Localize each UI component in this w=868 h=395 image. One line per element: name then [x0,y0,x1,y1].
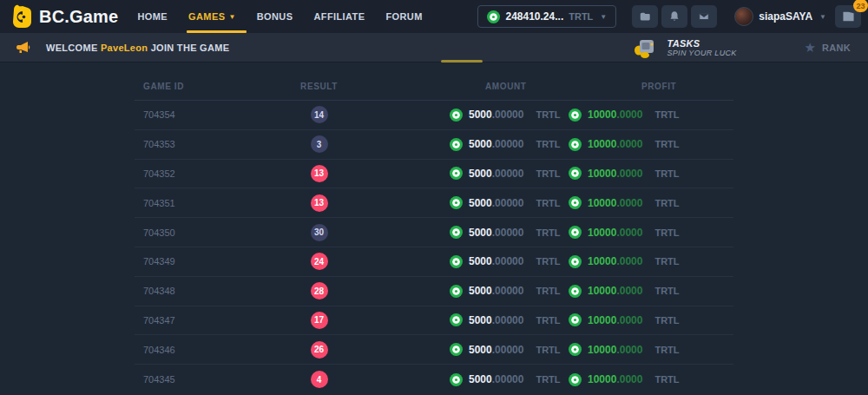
trtl-coin-icon [569,285,582,298]
trtl-coin-icon [569,313,582,326]
tasks-spinner-icon [633,36,659,59]
currency-label: TRTL [536,139,560,149]
balance-value: 248410.24... [505,10,563,23]
result-cell: 24 [273,253,365,270]
currency-label: TRTL [654,256,679,267]
amount-cell: 5000.00000 TRTL [365,109,569,122]
nav-home[interactable]: HOME [137,0,168,33]
table-row[interactable]: 704351 13 5000.00000 TRTL 10000.0000 TRT… [135,188,733,218]
trtl-coin-icon [569,373,582,386]
currency-label: TRTL [536,374,560,385]
result-number-badge: 14 [311,106,328,123]
trtl-coin-icon [569,138,582,151]
tasks-widget[interactable]: TASKS SPIN YOUR LUCK [633,36,737,59]
main-nav: HOME GAMES▼ BONUS AFFILIATE FORUM [137,0,422,33]
rank-label: RANK [822,43,851,53]
top-navbar: BC.Game HOME GAMES▼ BONUS AFFILIATE FORU… [0,0,868,33]
wallet-icon [639,10,651,23]
result-cell: 30 [273,224,365,241]
amount-cell: 5000.00000 TRTL [365,138,569,151]
table-row[interactable]: 704346 26 5000.00000 TRTL 10000.0000 TRT… [135,335,733,365]
table-row[interactable]: 704349 24 5000.00000 TRTL 10000.0000 TRT… [135,247,733,277]
result-number-badge: 26 [311,341,328,359]
trtl-coin-icon [569,255,582,268]
header-game-id: GAME ID [135,82,273,91]
currency-label: TRTL [654,227,679,238]
nav-bonus[interactable]: BONUS [257,0,293,33]
result-number-badge: 30 [311,224,328,241]
profit-cell: 10000.0000 TRTL [569,373,733,386]
game-id-cell: 704348 [135,286,273,296]
header-profit: PROFIT [569,82,733,91]
amount-cell: 5000.00000 TRTL [365,226,569,239]
chevron-down-icon: ▼ [819,13,826,21]
bell-icon [668,10,681,23]
trtl-coin-icon [450,226,463,239]
trtl-coin-icon [450,138,463,151]
welcome-username: PaveLeon [101,43,148,53]
welcome-banner: WELCOME PaveLeon JOIN THE GAME TASKS SPI… [0,33,868,63]
result-number-badge: 4 [311,371,328,388]
table-row[interactable]: 704350 30 5000.00000 TRTL 10000.0000 TRT… [135,218,733,247]
chat-button[interactable]: 23 [835,5,861,28]
currency-label: TRTL [654,168,679,179]
wallet-button[interactable] [632,5,658,28]
brand-logo[interactable]: BC.Game [10,4,118,29]
game-id-cell: 704345 [135,374,273,385]
trtl-coin-icon [569,196,582,209]
game-id-cell: 704346 [135,345,273,355]
trtl-coin-icon [450,313,463,326]
profit-cell: 10000.0000 TRTL [569,109,733,122]
table-row[interactable]: 704354 14 5000.00000 TRTL 10000.0000 TRT… [135,101,733,130]
amount-cell: 5000.00000 TRTL [365,373,569,386]
brand-name: BC.Game [39,7,118,27]
currency-label: TRTL [654,286,679,296]
game-id-cell: 704347 [135,315,273,326]
result-number-badge: 28 [311,282,328,300]
currency-label: TRTL [536,198,560,208]
profit-cell: 10000.0000 TRTL [569,285,733,298]
amount-cell: 5000.00000 TRTL [365,196,569,209]
trtl-coin-icon [450,196,463,209]
currency-label: TRTL [654,315,679,326]
chat-icon [842,10,855,23]
trtl-coin-icon [450,167,463,180]
amount-cell: 5000.00000 TRTL [365,167,569,180]
balance-dropdown[interactable]: 248410.24... TRTL ▼ [477,5,616,28]
currency-label: TRTL [654,345,679,355]
table-row[interactable]: 704353 3 5000.00000 TRTL 10000.0000 TRTL [135,130,733,160]
table-row[interactable]: 704345 4 5000.00000 TRTL 10000.0000 TRTL [135,365,733,394]
result-number-badge: 13 [311,194,328,212]
nav-games[interactable]: GAMES▼ [188,0,236,33]
trtl-coin-icon [569,226,582,239]
result-cell: 28 [273,282,365,300]
nav-affiliate[interactable]: AFFILIATE [313,0,365,33]
profit-cell: 10000.0000 TRTL [569,196,733,209]
profit-cell: 10000.0000 TRTL [569,255,733,268]
user-menu[interactable]: siapaSAYA ▼ [734,7,826,26]
trtl-coin-icon [569,109,582,122]
bcgame-logo-icon [10,4,32,29]
trtl-coin-icon [487,10,500,23]
result-cell: 26 [273,341,365,359]
result-cell: 3 [273,135,365,153]
chat-unread-badge: 23 [853,0,868,12]
rank-widget[interactable]: ★ RANK [805,40,851,56]
currency-label: TRTL [654,198,679,208]
mail-icon [698,10,710,23]
currency-label: TRTL [536,227,560,238]
currency-label: TRTL [536,286,560,296]
game-id-cell: 704350 [135,227,273,238]
nav-forum[interactable]: FORUM [385,0,422,33]
profit-cell: 10000.0000 TRTL [569,138,733,151]
table-row[interactable]: 704348 28 5000.00000 TRTL 10000.0000 TRT… [135,277,733,306]
welcome-message: WELCOME PaveLeon JOIN THE GAME [46,43,229,53]
table-row[interactable]: 704352 13 5000.00000 TRTL 10000.0000 TRT… [135,160,733,189]
table-row[interactable]: 704347 17 5000.00000 TRTL 10000.0000 TRT… [135,306,733,336]
game-id-cell: 704353 [135,139,273,149]
balance-currency: TRTL [569,11,593,22]
game-id-cell: 704352 [135,168,273,179]
messages-button[interactable] [691,5,717,28]
notifications-button[interactable] [661,5,687,28]
amount-cell: 5000.00000 TRTL [365,343,569,356]
